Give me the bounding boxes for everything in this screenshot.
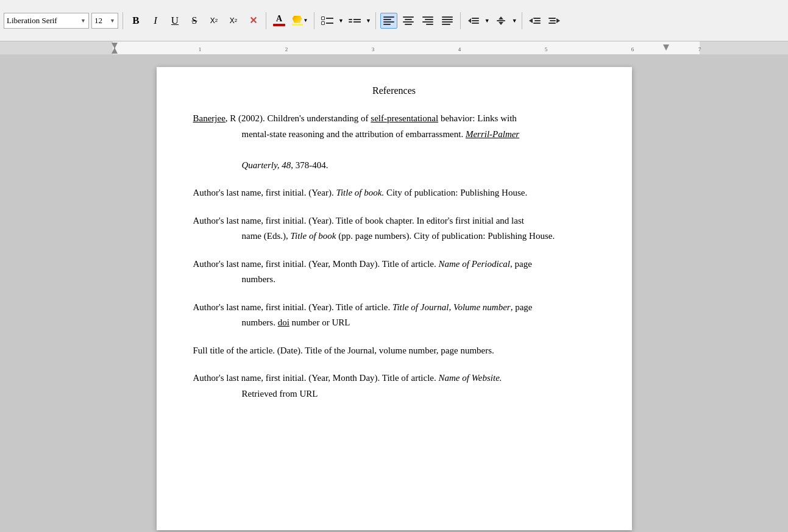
subscript-button[interactable]: X2 (225, 13, 242, 29)
font-size-value: 12 (94, 16, 108, 26)
ref2-text: Author's last name, first initial. (Year… (193, 188, 528, 197)
line-spacing-button[interactable] (465, 13, 482, 29)
line-spacing-dropdown[interactable]: ▼ (485, 18, 490, 24)
separator-3 (314, 12, 314, 29)
align-justify-button[interactable] (439, 13, 456, 29)
ref7-first-line: Author's last name, first initial. (Year… (193, 373, 502, 383)
ref1-continuation: mental-state reasoning and the attributi… (242, 127, 595, 143)
highlight-icon (293, 16, 302, 23)
list-dropdown-2[interactable]: ▼ (366, 18, 371, 24)
font-name-selector[interactable]: Liberation Serif ▼ (4, 13, 89, 29)
ref4-continuation: numbers. (242, 272, 595, 288)
highlight-color-bar (292, 24, 303, 26)
ruler-mark-4: 4 (458, 46, 461, 52)
ruler-mark-1: 1 (199, 46, 202, 52)
separator-5 (460, 12, 461, 29)
separator-6 (522, 12, 522, 29)
bold-button[interactable]: B (127, 13, 144, 29)
ruler-mark-7: 7 (698, 46, 701, 52)
ref1-continuation2: Quarterly, 48, 378-404. (242, 158, 595, 174)
reference-entry-7: Author's last name, first initial. (Year… (193, 371, 595, 402)
reference-entry-6: Full title of the article. (Date). Title… (193, 343, 595, 359)
separator-2 (266, 12, 266, 29)
ref1-text1: , R (2002). Children's understanding of (225, 113, 371, 123)
ref6-text: Full title of the article. (Date). Title… (193, 346, 494, 355)
list-button-2[interactable] (346, 13, 363, 29)
font-color-bar (273, 24, 285, 26)
ref5-continuation: numbers. doi number or URL (242, 315, 595, 331)
highlight-color-button[interactable]: ▼ (290, 13, 310, 29)
reference-entry-3: Author's last name, first initial. (Year… (193, 213, 595, 244)
ruler-mark-6: 6 (631, 46, 634, 52)
ref4-first-line: Author's last name, first initial. (Year… (193, 259, 532, 269)
page-title: References (193, 85, 595, 96)
list-dropdown-1[interactable]: ▼ (338, 18, 344, 24)
ruler-mark-5: 5 (545, 46, 548, 52)
font-color-button[interactable]: A (271, 13, 288, 29)
separator-4 (375, 12, 376, 29)
italic-button[interactable]: I (147, 13, 164, 29)
strikethrough-button[interactable]: S (186, 13, 203, 29)
font-name-arrow: ▼ (80, 18, 86, 24)
separator-1 (122, 12, 123, 29)
clear-format-button[interactable]: ✕ (244, 13, 261, 29)
document-area: References Banerjee, R (2002). Children'… (0, 55, 788, 532)
underline-button[interactable]: U (166, 13, 183, 29)
align-right-button[interactable] (419, 13, 436, 29)
reference-entry-5: Author's last name, first initial. (Year… (193, 300, 595, 331)
ref3-continuation: name (Eds.), Title of book (pp. page num… (242, 229, 595, 244)
increase-indent-button[interactable] (546, 13, 563, 29)
paragraph-spacing-button[interactable] (492, 13, 509, 29)
align-left-button[interactable] (380, 13, 397, 29)
reference-entry-4: Author's last name, first initial. (Year… (193, 257, 595, 288)
font-size-selector[interactable]: 12 ▼ (91, 13, 118, 29)
ref1-banerjee: Banerjee (193, 113, 225, 123)
right-margin-marker[interactable] (663, 44, 669, 51)
list-button-1[interactable] (319, 13, 336, 29)
ref1-text2: behavior: Links with (438, 113, 517, 123)
align-center-button[interactable] (400, 13, 417, 29)
ref5-first-line: Author's last name, first initial. (Year… (193, 302, 533, 312)
ref7-continuation: Retrieved from URL (242, 386, 595, 402)
ruler: 1 2 3 4 5 6 7 (0, 41, 788, 55)
superscript-button[interactable]: X2 (205, 13, 222, 29)
font-color-letter: A (276, 15, 282, 23)
ref1-selfpres: self-presentational (371, 113, 438, 123)
document-page[interactable]: References Banerjee, R (2002). Children'… (157, 67, 632, 530)
ref3-first-line: Author's last name, first initial. (Year… (193, 216, 524, 225)
reference-entry-2: Author's last name, first initial. (Year… (193, 185, 595, 201)
decrease-indent-button[interactable] (527, 13, 544, 29)
font-name-value: Liberation Serif (7, 16, 79, 26)
ruler-mark-3: 3 (372, 46, 375, 52)
ruler-mark-2: 2 (285, 46, 288, 52)
font-size-arrow: ▼ (110, 18, 115, 24)
toolbar: Liberation Serif ▼ 12 ▼ B I U S X2 X2 ✕ … (0, 0, 788, 41)
highlight-dropdown-arrow: ▼ (303, 18, 308, 23)
paragraph-spacing-dropdown[interactable]: ▼ (512, 18, 517, 24)
reference-entry-1: Banerjee, R (2002). Children's understan… (193, 111, 595, 173)
